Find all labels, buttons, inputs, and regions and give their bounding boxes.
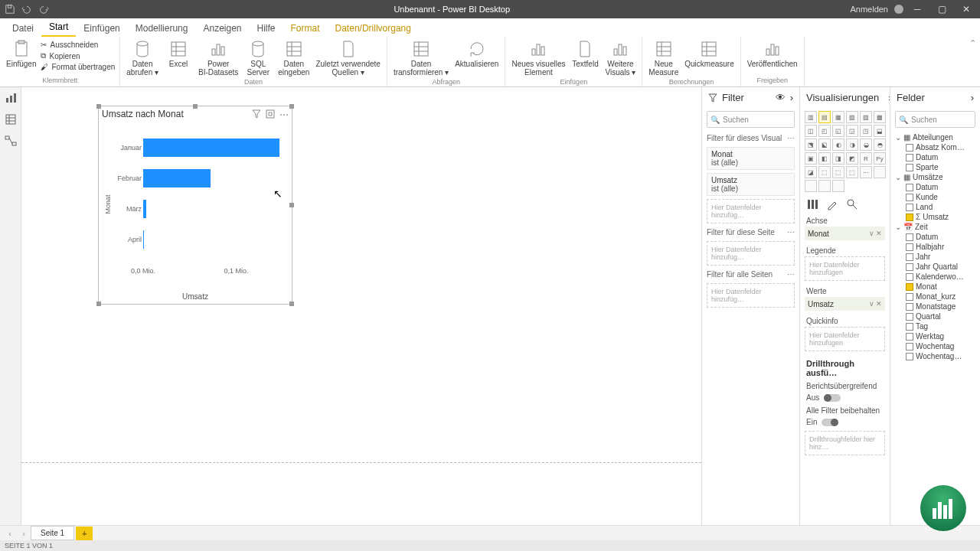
- bar[interactable]: [143, 139, 279, 157]
- fields-tab-icon[interactable]: [806, 198, 818, 210]
- bar[interactable]: [143, 200, 146, 218]
- filter-drop-page[interactable]: Hier Datenfelder hinzufüg…: [707, 241, 795, 266]
- ribbon-button[interactable]: Zuletzt verwendete Quellen ▾: [314, 38, 382, 78]
- fields-search[interactable]: 🔍Suchen: [895, 111, 975, 128]
- bar[interactable]: [143, 169, 211, 187]
- page-tab[interactable]: Seite 1: [31, 526, 74, 540]
- well-values[interactable]: Umsatz∨✕: [805, 297, 885, 311]
- field-row[interactable]: Kalenderwo…: [893, 272, 977, 282]
- viz-type-icon[interactable]: ▦: [832, 111, 844, 123]
- ribbon-button[interactable]: Excel: [163, 38, 194, 70]
- viz-type-icon[interactable]: ▤: [818, 111, 831, 123]
- ribbon-button[interactable]: Textfeld: [570, 38, 600, 70]
- tab-view[interactable]: Anzeigen: [195, 20, 249, 37]
- ribbon-button[interactable]: Power BI-Datasets: [197, 38, 240, 78]
- viz-type-icon[interactable]: ◪: [805, 166, 817, 178]
- expand-icon[interactable]: ›: [790, 92, 793, 103]
- format-tab-icon[interactable]: [826, 198, 838, 210]
- field-row[interactable]: ΣUmsatz: [893, 212, 977, 222]
- bar[interactable]: [143, 230, 144, 249]
- paste-button[interactable]: Einfügen: [5, 38, 38, 70]
- signin-link[interactable]: Anmelden: [850, 5, 888, 14]
- avatar[interactable]: [894, 5, 903, 14]
- undo-icon[interactable]: [21, 4, 32, 15]
- model-view-icon[interactable]: [5, 135, 17, 147]
- viz-type-icon[interactable]: ◫: [805, 125, 817, 137]
- painter-button[interactable]: 🖌Format übertragen: [41, 62, 115, 72]
- viz-type-icon[interactable]: ⬚: [818, 166, 831, 178]
- eye-icon[interactable]: 👁: [776, 92, 786, 103]
- viz-type-icon[interactable]: [874, 166, 886, 178]
- viz-type-icon[interactable]: ◰: [818, 125, 831, 137]
- table-row[interactable]: ⌄▦Abteilungen: [893, 132, 977, 142]
- viz-type-icon[interactable]: [832, 180, 844, 192]
- ribbon-button[interactable]: Daten abrufen ▾: [125, 38, 160, 78]
- field-row[interactable]: Datum: [893, 232, 977, 242]
- viz-type-icon[interactable]: ◱: [832, 125, 844, 137]
- cut-button[interactable]: ✂Ausschneiden: [41, 40, 115, 50]
- filter-search[interactable]: 🔍Suchen: [707, 111, 795, 128]
- save-icon[interactable]: [5, 4, 15, 15]
- well-axis[interactable]: Monat∨✕: [805, 227, 885, 240]
- page-prev[interactable]: ‹: [3, 529, 17, 538]
- more-icon[interactable]: ⋯: [787, 134, 795, 142]
- cross-toggle[interactable]: [824, 394, 841, 402]
- field-row[interactable]: Monat_kurz: [893, 292, 977, 302]
- chart-visual[interactable]: Umsatz nach Monat ⋯ Monat JanuarFebruarM…: [98, 106, 292, 305]
- tab-start[interactable]: Start: [41, 18, 76, 37]
- viz-type-icon[interactable]: [818, 180, 831, 192]
- viz-type-icon[interactable]: ◒: [860, 139, 872, 151]
- field-row[interactable]: Kunde: [893, 192, 977, 202]
- field-row[interactable]: Monat: [893, 282, 977, 292]
- analytics-tab-icon[interactable]: [846, 198, 858, 210]
- page-next[interactable]: ›: [17, 529, 31, 538]
- ribbon-button[interactable]: Aktualisieren: [453, 38, 500, 70]
- filter-icon[interactable]: [252, 109, 261, 119]
- data-view-icon[interactable]: [5, 113, 17, 126]
- field-row[interactable]: Wochentag: [893, 341, 977, 351]
- add-page-button[interactable]: +: [76, 527, 93, 540]
- ribbon-button[interactable]: Daten transformieren ▾: [392, 38, 450, 78]
- field-row[interactable]: Absatz Kom…: [893, 142, 977, 152]
- more-icon[interactable]: ⋯: [787, 270, 795, 279]
- field-row[interactable]: Jahr: [893, 252, 977, 262]
- viz-type-icon[interactable]: ▨: [860, 111, 872, 123]
- field-row[interactable]: Sparte: [893, 162, 977, 172]
- tab-file[interactable]: Datei: [5, 20, 41, 37]
- report-view-icon[interactable]: [5, 92, 17, 104]
- ribbon-button[interactable]: Weitere Visuals ▾: [603, 38, 637, 78]
- copy-button[interactable]: ⧉Kopieren: [41, 51, 115, 61]
- focus-icon[interactable]: [266, 109, 275, 119]
- redo-icon[interactable]: [38, 4, 49, 15]
- ribbon-button[interactable]: Veröffentlichen: [746, 38, 799, 70]
- viz-type-icon[interactable]: ◲: [846, 125, 858, 137]
- viz-type-icon[interactable]: ◳: [860, 125, 872, 137]
- viz-type-icon[interactable]: Py: [874, 152, 886, 165]
- filter-drop-all[interactable]: Hier Datenfelder hinzufüg…: [707, 283, 795, 308]
- viz-type-icon[interactable]: R: [860, 152, 872, 165]
- keep-toggle[interactable]: [822, 419, 838, 426]
- filter-card-monat[interactable]: Monatist (alle): [707, 147, 795, 170]
- tab-format[interactable]: Format: [283, 20, 328, 37]
- filter-card-umsatz[interactable]: Umsatzist (alle): [707, 173, 795, 196]
- table-row[interactable]: ⌄▦Umsätze: [893, 172, 977, 182]
- field-row[interactable]: Werktag: [893, 331, 977, 341]
- field-row[interactable]: Monatstage: [893, 302, 977, 311]
- field-row[interactable]: Quartal: [893, 311, 977, 321]
- viz-type-icon[interactable]: ▥: [805, 111, 817, 123]
- tab-model[interactable]: Modellierung: [128, 20, 196, 37]
- expand-icon[interactable]: ›: [971, 92, 974, 103]
- viz-type-icon[interactable]: ◑: [846, 139, 858, 151]
- viz-type-icon[interactable]: ▧: [846, 111, 858, 123]
- tab-help[interactable]: Hilfe: [250, 20, 283, 37]
- well-tooltip[interactable]: Hier Datenfelder hinzufügen: [805, 327, 885, 351]
- viz-type-icon[interactable]: ◨: [832, 152, 844, 165]
- well-legend[interactable]: Hier Datenfelder hinzufügen: [805, 256, 885, 281]
- ribbon-button[interactable]: Neue Measure: [647, 38, 680, 78]
- field-row[interactable]: Datum: [893, 182, 977, 192]
- field-row[interactable]: Tag: [893, 321, 977, 331]
- field-row[interactable]: Halbjahr: [893, 242, 977, 252]
- viz-type-icon[interactable]: ◐: [832, 139, 844, 151]
- viz-type-icon[interactable]: ◧: [818, 152, 831, 165]
- minimize-button[interactable]: ─: [906, 0, 928, 18]
